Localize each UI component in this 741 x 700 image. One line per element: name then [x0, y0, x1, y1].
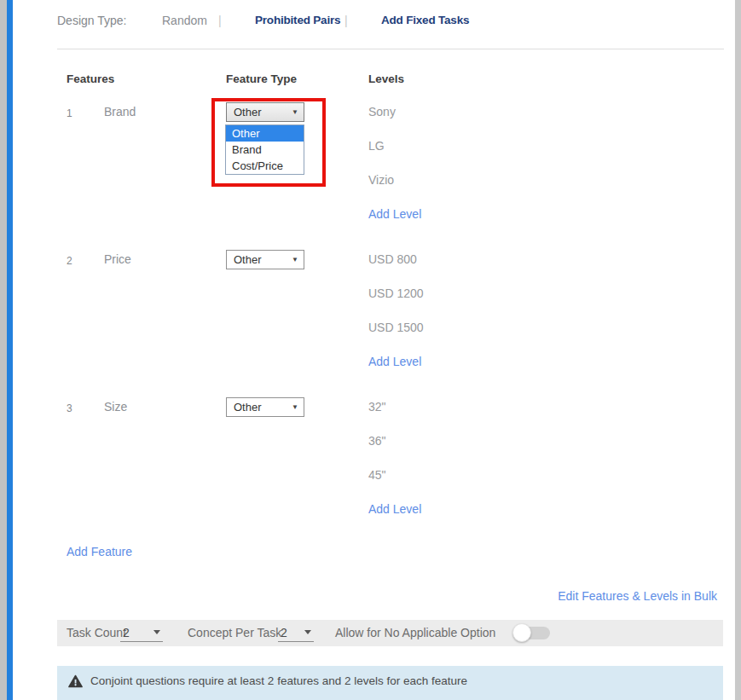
task-settings-bar: Task Count 2 Concept Per Task 2 Allow fo… — [57, 620, 723, 646]
feature-type-select-value: Other — [234, 106, 262, 119]
divider — [57, 49, 724, 49]
levels-list: 32" 36" 45" Add Level — [368, 396, 421, 519]
feature-number: 3 — [67, 402, 72, 415]
feature-number: 1 — [67, 107, 72, 120]
warning-text: Conjoint questions require at least 2 fe… — [90, 674, 467, 688]
design-type-label: Design Type: — [57, 14, 126, 27]
feature-number: 2 — [67, 254, 72, 268]
task-count-select[interactable]: 2 — [120, 623, 163, 642]
feature-type-select[interactable]: Other ▼ — [226, 397, 304, 417]
feature-name[interactable]: Size — [104, 400, 127, 414]
levels-list: Sony LG Vizio Add Level — [368, 101, 421, 224]
dropdown-option-cost-price[interactable]: Cost/Price — [226, 158, 304, 174]
scrollbar-track[interactable] — [734, 0, 741, 700]
caret-down-icon — [153, 630, 160, 634]
dropdown-option-brand[interactable]: Brand — [226, 142, 304, 158]
design-type-row: Design Type: Random | Prohibited Pairs |… — [0, 14, 741, 29]
level-item[interactable]: 45" — [368, 465, 421, 485]
left-page-gutter — [0, 0, 7, 700]
feature-type-select-value: Other — [234, 253, 262, 266]
feature-type-select[interactable]: Other ▼ — [226, 250, 304, 269]
feature-type-dropdown-list: Other Brand Cost/Price — [225, 124, 304, 175]
dropdown-arrow-icon: ▼ — [292, 404, 298, 411]
add-level-link[interactable]: Add Level — [368, 351, 424, 372]
bulk-edit-link[interactable]: Edit Features & Levels in Bulk — [558, 589, 717, 603]
level-item[interactable]: LG — [368, 136, 421, 156]
separator: | — [218, 14, 222, 27]
toggle-knob — [512, 623, 531, 642]
dropdown-arrow-icon: ▼ — [292, 257, 298, 263]
task-count-label: Task Count — [67, 620, 126, 646]
design-type-option-random[interactable]: Random — [162, 14, 207, 27]
concept-per-task-value: 2 — [281, 626, 287, 639]
level-item[interactable]: USD 800 — [368, 249, 424, 269]
level-item[interactable]: Vizio — [368, 170, 421, 190]
levels-list: USD 800 USD 1200 USD 1500 Add Level — [368, 249, 424, 372]
left-accent-bar — [7, 0, 13, 700]
level-item[interactable]: 32" — [368, 396, 421, 417]
level-item[interactable]: 36" — [368, 431, 421, 451]
task-count-value: 2 — [123, 626, 130, 639]
feature-type-select-value: Other — [234, 401, 262, 414]
levels-column-header: Levels — [368, 72, 404, 85]
separator: | — [344, 14, 348, 27]
concept-per-task-label: Concept Per Task — [188, 620, 281, 646]
no-applicable-option-label: Allow for No Applicable Option — [335, 620, 495, 646]
level-item[interactable]: USD 1500 — [368, 317, 424, 338]
feature-name[interactable]: Price — [104, 252, 131, 266]
features-column-header: Features — [67, 72, 114, 85]
conjoint-design-editor: Design Type: Random | Prohibited Pairs |… — [0, 0, 741, 700]
feature-type-select[interactable]: Other ▼ — [226, 102, 304, 122]
design-type-option-prohibited-pairs[interactable]: Prohibited Pairs — [255, 14, 340, 26]
dropdown-option-other[interactable]: Other — [226, 125, 304, 142]
warning-banner: Conjoint questions require at least 2 fe… — [57, 666, 723, 700]
warning-icon — [68, 674, 83, 688]
feature-name[interactable]: Brand — [104, 105, 136, 119]
add-level-link[interactable]: Add Level — [368, 499, 421, 519]
caret-down-icon — [304, 630, 311, 634]
concept-per-task-select[interactable]: 2 — [278, 623, 314, 642]
level-item[interactable]: Sony — [368, 101, 421, 122]
add-feature-link[interactable]: Add Feature — [67, 545, 132, 558]
no-applicable-option-toggle[interactable] — [514, 627, 550, 639]
feature-type-column-header: Feature Type — [226, 72, 297, 85]
level-item[interactable]: USD 1200 — [368, 283, 424, 304]
design-type-option-add-fixed-tasks[interactable]: Add Fixed Tasks — [381, 14, 469, 26]
add-level-link[interactable]: Add Level — [368, 204, 421, 224]
dropdown-arrow-icon: ▼ — [292, 109, 298, 116]
